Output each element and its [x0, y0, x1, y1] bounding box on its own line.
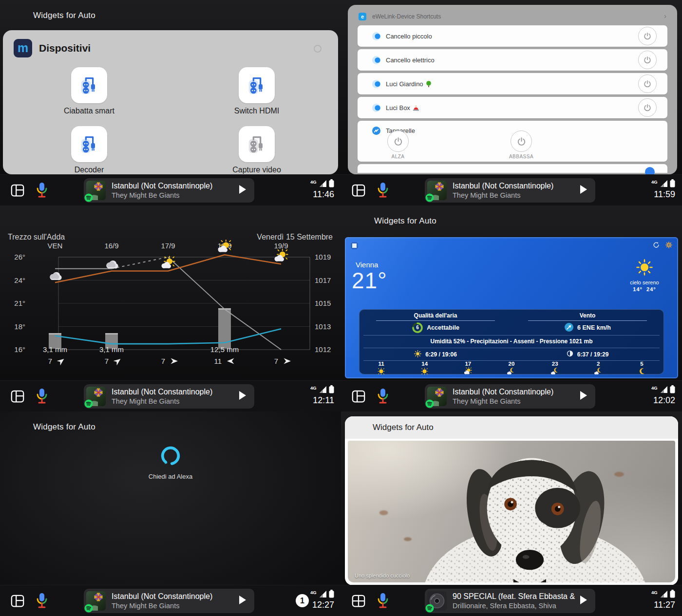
alexa-prompt: Chiedi ad Alexa	[0, 473, 341, 480]
hour-label: 17	[446, 361, 490, 367]
hour-label: 11	[360, 361, 403, 367]
svg-text:7: 7	[105, 357, 109, 365]
app-launcher-button[interactable]	[351, 183, 366, 198]
photo-caption: Uno splendido cucciolo	[355, 573, 410, 579]
wind-direction-icon	[113, 356, 122, 365]
notification-badge[interactable]: 1	[296, 594, 309, 607]
device-tile[interactable]: Ciabatta smart	[50, 67, 128, 115]
power-button[interactable]	[638, 27, 657, 45]
panel-dog-photo: Widgets for Auto	[341, 411, 682, 616]
power-icon	[643, 103, 652, 112]
clock: 12:02	[651, 395, 675, 406]
device-tile[interactable]: Switch HDMI	[218, 67, 296, 115]
device-tile[interactable]: Decoder	[50, 126, 128, 174]
device-label: Switch HDMI	[218, 107, 296, 115]
play-button[interactable]	[239, 185, 246, 196]
battery-icon	[670, 590, 675, 598]
shutter-alza-button[interactable]: ALZA	[376, 131, 420, 159]
wind-value: 6 ENE km/h	[577, 324, 611, 331]
app-launcher-button[interactable]	[351, 594, 366, 608]
chevron-right-icon[interactable]: ›	[664, 12, 666, 20]
hour-label: 2	[577, 361, 620, 367]
device-tile[interactable]: Capture video	[218, 126, 296, 174]
refresh-icon[interactable]	[653, 242, 660, 250]
hourly-item: 20	[490, 361, 533, 375]
panel-alexa: Widgets for Auto Chiedi ad Alexa Istanbu…	[0, 411, 341, 616]
wind-item: 7	[161, 357, 178, 365]
moon-times: 6:37 / 19:29	[577, 351, 609, 358]
device-row[interactable]: Cancello elettrico	[358, 49, 667, 71]
song-artist: They Might Be Giants	[453, 191, 576, 200]
svg-text:4G: 4G	[651, 590, 658, 595]
network-signal-icon: 4G	[310, 179, 327, 187]
chart-day-label: 17/9	[146, 242, 190, 250]
temp-max: 24°	[646, 286, 656, 292]
media-card[interactable]: Istanbul (Not Constantinople) They Might…	[84, 384, 254, 409]
refresh-icon[interactable]	[314, 45, 322, 53]
dock: Istanbul (Not Constantinople) They Might…	[0, 174, 341, 205]
media-card[interactable]: Istanbul (Not Constantinople) They Might…	[84, 589, 254, 613]
song-title: 90 SPECIAL (feat. Sfera Ebbasta & Shiva)	[453, 592, 576, 601]
song-title: Istanbul (Not Constantinople)	[112, 592, 235, 601]
alexa-icon[interactable]	[159, 460, 182, 468]
play-button[interactable]	[580, 595, 587, 607]
power-button[interactable]	[638, 98, 657, 117]
app-launcher-button[interactable]	[10, 389, 25, 404]
scroll-fab[interactable]	[645, 167, 655, 174]
power-button[interactable]	[638, 75, 657, 93]
song-artist: They Might Be Giants	[453, 397, 576, 406]
assistant-mic-icon	[35, 388, 49, 405]
play-button[interactable]	[239, 391, 246, 402]
media-card[interactable]: Istanbul (Not Constantinople) They Might…	[425, 178, 595, 203]
gear-icon[interactable]	[665, 242, 672, 250]
svg-text:4G: 4G	[310, 179, 317, 185]
power-strip-icon	[78, 74, 100, 96]
device-row[interactable]: Luci Giardino	[358, 73, 667, 94]
siren-emoji	[413, 105, 419, 111]
device-row[interactable]: Luci Box	[358, 97, 667, 118]
device-row-label: Luci Giardino	[386, 80, 432, 88]
voice-assistant-button[interactable]	[376, 182, 390, 199]
svg-text:1019: 1019	[315, 253, 331, 261]
voice-assistant-button[interactable]	[35, 388, 49, 405]
chart-day-labels: VEN16/917/918/919/9	[0, 242, 341, 251]
app-launcher-button[interactable]	[10, 183, 25, 198]
device-row[interactable]: Cancello piccolo	[358, 25, 667, 47]
clock: 11:59	[651, 189, 675, 200]
voice-assistant-button[interactable]	[376, 592, 390, 610]
voice-assistant-button[interactable]	[35, 182, 49, 199]
play-button[interactable]	[580, 185, 587, 196]
chart-day-label: VEN	[33, 242, 77, 250]
media-card[interactable]: Istanbul (Not Constantinople) They Might…	[425, 384, 595, 409]
voice-assistant-button[interactable]	[35, 592, 49, 610]
album-art	[427, 181, 447, 200]
media-card[interactable]: 90 SPECIAL (feat. Sfera Ebbasta & Shiva)…	[425, 589, 595, 613]
svg-text:3,1 mm: 3,1 mm	[99, 345, 124, 354]
voice-assistant-button[interactable]	[376, 388, 390, 405]
app-header: Widgets for Auto	[33, 422, 95, 432]
network-signal-icon: 4G	[651, 590, 668, 598]
app-launcher-button[interactable]	[10, 594, 25, 608]
shutter-abbassa-button[interactable]: ABBASSA	[499, 131, 544, 159]
svg-text:1013: 1013	[315, 322, 331, 331]
spotify-icon	[425, 193, 434, 202]
media-card[interactable]: Istanbul (Not Constantinople) They Might…	[84, 178, 254, 203]
assistant-mic-icon	[35, 182, 49, 199]
album-art	[427, 387, 447, 406]
play-button[interactable]	[239, 595, 246, 607]
wind-direction-icon	[227, 358, 234, 364]
song-artist: They Might Be Giants	[112, 397, 235, 406]
hourly-item: 23	[533, 361, 577, 375]
panel-vienna-weather: Widgets for Auto Vienna 21° cielo sereno…	[341, 205, 682, 411]
power-button[interactable]	[638, 51, 657, 69]
play-button[interactable]	[580, 391, 587, 402]
play-icon	[239, 185, 246, 194]
assistant-mic-icon	[35, 592, 49, 610]
device-toggle-icon	[372, 104, 380, 112]
app-launcher-button[interactable]	[351, 389, 366, 404]
network-signal-icon: 4G	[651, 179, 668, 187]
wind-icon	[564, 322, 574, 334]
temp-min: 14°	[633, 286, 643, 292]
wind-item: 7	[48, 356, 66, 365]
power-icon	[643, 79, 652, 89]
